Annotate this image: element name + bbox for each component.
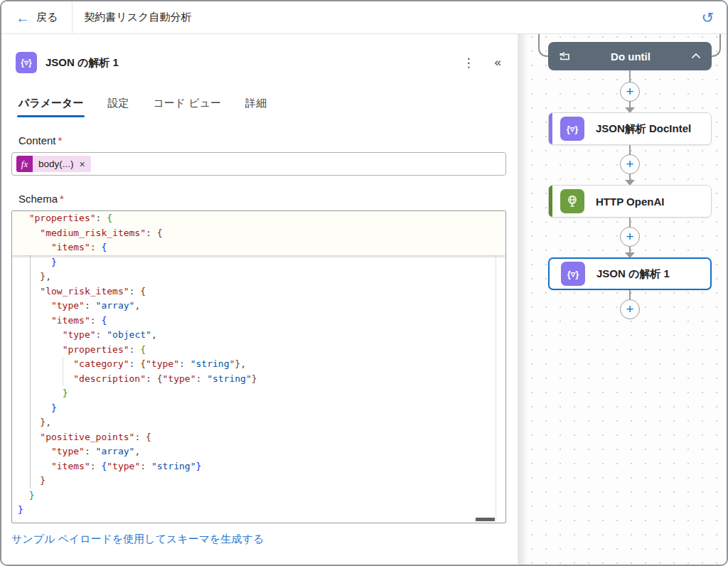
http-globe-icon bbox=[560, 189, 584, 213]
parse-json-icon: {▿} bbox=[560, 117, 584, 141]
connector-line bbox=[629, 218, 631, 228]
panel-shadow bbox=[518, 34, 528, 565]
node-accent-bar bbox=[549, 186, 552, 217]
flow-canvas[interactable]: Do until + {▿} JSON解析 DocIntel + bbox=[518, 34, 727, 565]
tab-settings[interactable]: 設定 bbox=[107, 97, 129, 117]
node-accent-bar bbox=[549, 113, 552, 144]
expression-token[interactable]: fx body(...) × bbox=[16, 156, 91, 172]
required-asterisk: * bbox=[58, 134, 63, 146]
action-panel: {▿} JSON の解析 1 ⋮ « パラメーター 設定 コード ビュー 詳細 … bbox=[1, 34, 518, 565]
node-label: JSON の解析 1 bbox=[596, 267, 670, 281]
insert-step-button[interactable]: + bbox=[620, 154, 640, 174]
do-until-scope-outline-left bbox=[538, 34, 549, 57]
do-until-label: Do until bbox=[571, 50, 690, 63]
insert-step-button[interactable]: + bbox=[620, 299, 640, 319]
back-button[interactable]: ← 戻る bbox=[1, 1, 72, 33]
schema-label: Schema* bbox=[18, 193, 518, 205]
top-bar: ← 戻る 契約書リスク自動分析 ↺ bbox=[1, 1, 727, 34]
generate-schema-link[interactable]: サンプル ペイロードを使用してスキーマを生成する bbox=[11, 533, 264, 546]
insert-step-button[interactable]: + bbox=[620, 227, 640, 247]
node-json-parse-1-selected[interactable]: {▿} JSON の解析 1 bbox=[548, 257, 712, 290]
action-panel-header: {▿} JSON の解析 1 ⋮ « bbox=[1, 47, 518, 78]
collapse-panel-icon[interactable]: « bbox=[482, 53, 504, 73]
do-until-loop-icon bbox=[558, 50, 571, 63]
schema-code-sticky: "properties": { "medium_risk_items": { "… bbox=[12, 211, 505, 255]
connector-line bbox=[629, 290, 631, 300]
more-options-icon[interactable]: ⋮ bbox=[456, 53, 482, 73]
flow-title: 契約書リスク自動分析 bbox=[84, 11, 688, 24]
connector-line bbox=[629, 70, 631, 82]
parse-json-icon: {▿} bbox=[16, 52, 37, 73]
node-json-parse-docintel[interactable]: {▿} JSON解析 DocIntel bbox=[548, 112, 712, 145]
required-asterisk: * bbox=[60, 193, 64, 205]
undo-icon[interactable]: ↺ bbox=[688, 9, 727, 26]
back-arrow-icon: ← bbox=[16, 11, 30, 25]
tab-code-view[interactable]: コード ビュー bbox=[153, 97, 221, 117]
chevron-up-icon[interactable] bbox=[690, 50, 702, 62]
topbar-divider bbox=[72, 1, 73, 34]
do-until-header[interactable]: Do until bbox=[548, 42, 712, 70]
parse-json-icon: {▿} bbox=[561, 262, 585, 286]
content-label: Content* bbox=[18, 134, 518, 146]
tab-parameters[interactable]: パラメーター bbox=[18, 97, 83, 117]
node-label: JSON解析 DocIntel bbox=[596, 122, 691, 136]
back-label: 戻る bbox=[36, 11, 58, 24]
app-window: ← 戻る 契約書リスク自動分析 ↺ {▿} JSON の解析 1 ⋮ « パラメ… bbox=[0, 0, 728, 566]
horizontal-scrollbar-thumb[interactable] bbox=[476, 518, 495, 521]
schema-code-editor[interactable]: "properties": { "medium_risk_items": { "… bbox=[11, 210, 506, 523]
token-text: body(...) bbox=[38, 159, 74, 169]
tab-bar: パラメーター 設定 コード ビュー 詳細 bbox=[18, 97, 518, 117]
content-input[interactable]: fx body(...) × bbox=[11, 152, 506, 176]
action-title: JSON の解析 1 bbox=[46, 56, 456, 70]
node-http-openai[interactable]: HTTP OpenAI bbox=[548, 185, 712, 218]
node-label: HTTP OpenAI bbox=[596, 196, 664, 208]
do-until-scope-outline-right bbox=[710, 34, 721, 57]
schema-code-body[interactable]: } }, "low_risk_items": { "type": "array"… bbox=[12, 255, 505, 518]
token-close-icon[interactable]: × bbox=[80, 159, 85, 170]
tab-about[interactable]: 詳細 bbox=[245, 97, 267, 117]
fx-icon: fx bbox=[16, 156, 33, 172]
connector-line bbox=[629, 145, 631, 155]
insert-step-button[interactable]: + bbox=[620, 82, 640, 102]
